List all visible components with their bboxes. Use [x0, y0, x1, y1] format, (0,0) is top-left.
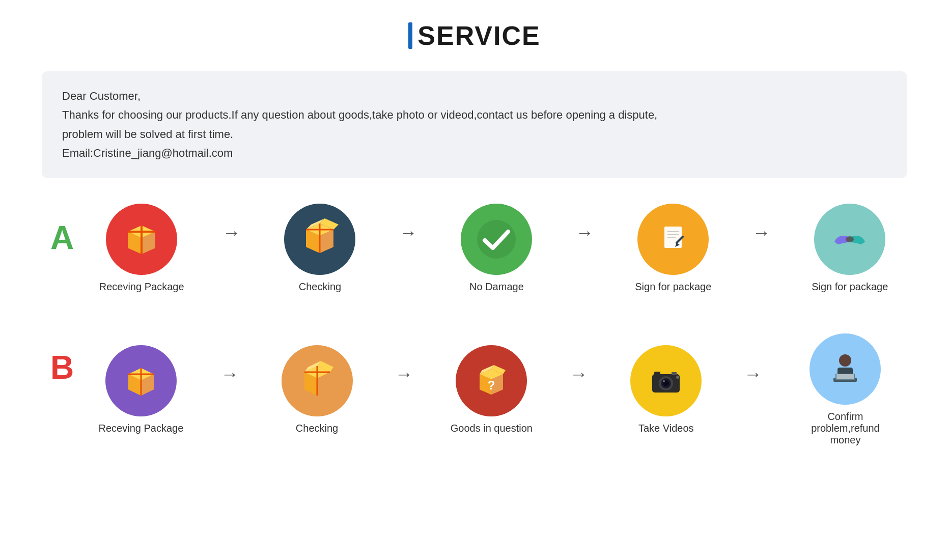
flow-section-b: B Receving Package → — [42, 333, 907, 456]
arrow-b-4: → — [744, 363, 762, 415]
flow-items-b: Receving Package → — [82, 333, 907, 446]
page-title: SERVICE — [417, 20, 540, 51]
flow-item-a-2: Checking — [279, 204, 360, 293]
flow-label-a-4: Sign for package — [635, 281, 711, 293]
flow-items-a: Receving Package → — [82, 204, 907, 293]
flow-row-a: A Receving Package — [42, 204, 907, 293]
info-box: Dear Customer, Thanks for choosing our p… — [42, 71, 907, 178]
icon-sign-package — [637, 204, 709, 275]
flow-item-b-4: Take Videos — [625, 345, 707, 434]
svg-point-14 — [477, 220, 516, 259]
arrow-a-2: → — [399, 222, 417, 274]
arrow-b-1: → — [220, 363, 239, 415]
info-line4: Email:Cristine_jiang@hotmail.com — [62, 144, 887, 162]
flow-label-b-1: Receving Package — [99, 423, 184, 434]
flow-item-a-4: Sign for package — [632, 204, 714, 293]
arrow-a-4: → — [752, 222, 771, 274]
page-title-section: SERVICE — [408, 20, 540, 51]
svg-text:?: ? — [488, 378, 495, 392]
flow-section-a: A Receving Package — [42, 204, 907, 303]
svg-rect-54 — [654, 372, 660, 375]
flow-item-b-5: Confirm problem,refund money — [799, 333, 891, 446]
flow-item-b-2: Checking — [276, 345, 358, 434]
svg-point-23 — [846, 236, 854, 242]
flow-label-a-1: Receving Package — [99, 281, 184, 293]
info-line3: problem will be solved at first time. — [62, 125, 887, 144]
icon-green-checkmark — [461, 204, 532, 275]
flow-label-b-2: Checking — [296, 423, 338, 434]
svg-point-58 — [839, 354, 851, 367]
flow-item-b-1: Receving Package — [99, 345, 184, 434]
flow-item-a-3: No Damage — [456, 204, 537, 293]
flow-item-a-1: Receving Package — [99, 204, 184, 293]
icon-dark-package — [284, 204, 355, 275]
flow-item-a-5: Sign for package — [809, 204, 890, 293]
arrow-a-3: → — [576, 222, 594, 274]
arrow-b-3: → — [570, 363, 588, 415]
flow-row-b: B Receving Package → — [42, 333, 907, 446]
flow-label-b-4: Take Videos — [638, 423, 694, 434]
flow-label-a-5: Sign for package — [812, 281, 888, 293]
flow-label-a-3: No Damage — [469, 281, 524, 293]
svg-rect-55 — [672, 372, 677, 375]
flow-label-b-3: Goods in question — [451, 423, 533, 434]
icon-person-refund — [810, 333, 881, 405]
flow-label-a-2: Checking — [299, 281, 341, 293]
icon-camera — [630, 345, 702, 416]
info-line2: Thanks for choosing our products.If any … — [62, 105, 887, 124]
icon-red-package — [106, 204, 177, 275]
arrow-b-2: → — [395, 363, 413, 415]
svg-point-56 — [676, 376, 679, 379]
flow-label-b-5: Confirm problem,refund money — [799, 411, 891, 446]
icon-handshake — [814, 204, 885, 275]
icon-question-box: ? — [456, 345, 527, 416]
flow-item-b-3: ? Goods in question — [451, 345, 533, 434]
row-b-letter: B — [42, 333, 82, 386]
info-line1: Dear Customer, — [62, 87, 887, 105]
arrow-a-1: → — [222, 222, 241, 274]
svg-point-53 — [663, 380, 665, 382]
icon-orange-open-package — [282, 345, 353, 416]
icon-purple-package — [105, 345, 177, 416]
row-a-letter: A — [42, 204, 82, 257]
title-accent-bar — [408, 22, 412, 49]
svg-rect-62 — [836, 374, 854, 379]
